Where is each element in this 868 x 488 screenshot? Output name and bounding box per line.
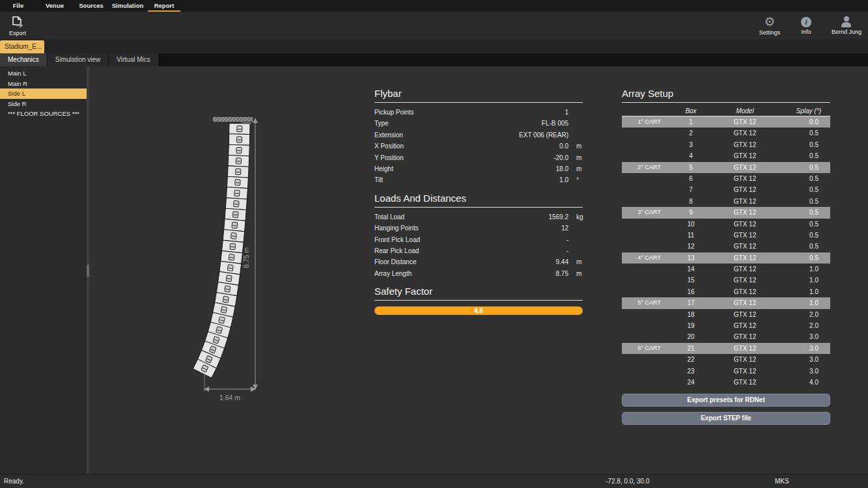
speaker-box-graphic [229,134,249,145]
loads-unit [568,223,583,234]
source-item-floor-sources[interactable]: *** FLOOR SOURCES *** [0,109,87,119]
cart-label [622,377,677,388]
speaker-box-graphic [229,144,250,156]
export-document-icon [10,16,25,29]
box-model: GTX 12 [705,139,785,150]
menu-item-file[interactable]: File [0,0,36,12]
tab-virtual-mics[interactable]: Virtual Mics [109,53,158,66]
array-cart-row: 2° CART5GTX 120.5 [622,162,830,173]
array-cart-row: 5° CART17GTX 121.0 [622,297,830,308]
box-number: 14 [677,264,705,275]
box-splay: 0.5 [785,219,830,230]
loads-unit: m [568,268,583,279]
cart-label [622,241,677,252]
flybar-label: Extension [374,129,464,141]
source-item-main-l[interactable]: Main L [0,68,87,79]
user-button[interactable]: Bernd Jung [832,16,861,35]
box-model: GTX 12 [705,297,785,308]
array-row: 22GTX 123.0 [622,354,830,365]
array-row: 10GTX 120.5 [622,219,830,230]
box-number: 23 [677,366,705,377]
array-row: 19GTX 122.0 [622,320,830,331]
flybar-unit [568,118,583,129]
loads-row: Floor Distance9.44m [374,256,583,267]
loads-rows: Total Load1569.2kgHanging Points12Front … [374,211,583,279]
box-column-header: Box [677,105,705,116]
array-width-dimension-label: 1.64 m [219,394,240,401]
box-model: GTX 12 [705,286,785,297]
safety-factor-value: 4.6 [474,307,483,314]
ribbon-toolbar: Export ⚙ Settings i Info Bernd Jung [0,12,868,40]
array-cart-row: 1° CART1GTX 120.0 [622,116,830,128]
export-step-button[interactable]: Export STEP file [622,412,830,425]
loads-value: - [464,234,568,245]
mechanics-report-panel: 8.75 m 1.64 m Flybar Pickup Points1TypeF… [89,66,868,474]
flybar-row: Pickup Points1 [374,107,583,118]
box-splay: 0.0 [785,116,830,128]
box-splay: 0.5 [785,173,830,184]
cart-label: 6° CART [622,343,677,354]
menu-item-report[interactable]: Report [146,0,182,12]
box-number: 3 [677,139,705,150]
flybar-value: EXT 006 (REAR) [464,129,568,141]
box-number: 13 [677,252,705,264]
loads-value: 8.75 [464,268,568,279]
box-model: GTX 12 [705,377,785,388]
box-number: 5 [677,162,705,173]
array-row: 18GTX 122.0 [622,309,830,320]
gear-icon: ⚙ [764,16,775,28]
cart-label [622,286,677,297]
flybar-label: Tilt [374,174,464,185]
menu-item-sources[interactable]: Sources [73,0,109,12]
box-model: GTX 12 [705,173,785,184]
box-model: GTX 12 [705,331,785,342]
flybar-value: 1 [464,107,568,118]
tab-mechanics[interactable]: Mechanics [0,53,47,66]
safety-section-title: Safety Factor [374,286,583,301]
cart-label [622,354,677,365]
tab-simulation-view[interactable]: Simulation view [48,53,108,66]
flybar-value: 0.0 [464,141,568,152]
box-splay: 0.5 [785,150,830,161]
info-button[interactable]: i Info [795,17,817,35]
cart-label [622,309,677,320]
source-item-side-r[interactable]: Side R [0,99,87,109]
loads-value: 1569.2 [464,211,568,223]
cart-label [622,173,677,184]
box-number: 15 [677,275,705,286]
source-item-side-l[interactable]: Side L [0,88,87,99]
box-number: 12 [677,241,705,252]
box-model: GTX 12 [705,366,785,377]
array-row: 11GTX 120.5 [622,230,830,241]
box-model: GTX 12 [705,162,785,173]
flybar-value: 1.0 [464,174,568,185]
box-splay: 1.0 [785,297,830,308]
array-row: 3GTX 120.5 [622,139,830,150]
speaker-box-graphic [226,187,247,200]
menu-item-simulation[interactable]: Simulation [109,0,146,12]
loads-label: Floor Distance [374,256,464,267]
box-model: GTX 12 [705,196,785,207]
settings-button[interactable]: ⚙ Settings [759,16,781,36]
document-tab-stadium[interactable]: Stadium_E... [0,40,44,53]
source-item-main-r[interactable]: Main R [0,79,87,89]
box-splay: 0.5 [785,139,830,150]
export-button[interactable]: Export [7,16,29,36]
status-message: Ready. [4,474,24,488]
box-splay: 0.5 [785,128,830,139]
box-splay: 3.0 [785,331,830,342]
flybar-label: X Position [374,141,464,152]
flybar-row: X Position0.0m [374,141,583,152]
flybar-rows: Pickup Points1TypeFL-B 005ExtensionEXT 0… [374,107,583,186]
box-splay: 0.5 [785,230,830,241]
loads-unit [568,234,583,245]
box-splay: 2.0 [785,320,830,331]
flybar-label: Type [374,118,464,129]
cart-label [622,150,677,161]
menu-item-venue[interactable]: Venue [36,0,73,12]
loads-unit [568,245,583,256]
loads-row: Rear Pick Load- [374,245,583,256]
loads-value: 12 [464,223,568,234]
export-rdnet-button[interactable]: Export presets for RDNet [622,394,830,407]
loads-label: Hanging Points [374,223,464,234]
